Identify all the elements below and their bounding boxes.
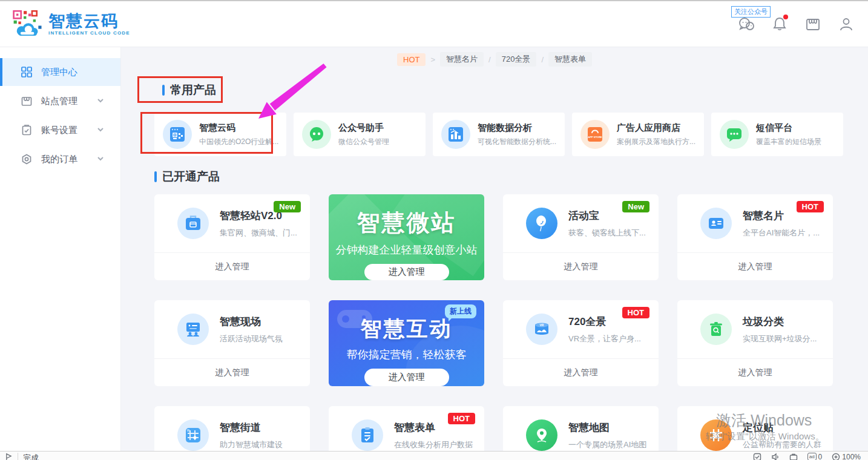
new-badge: New [622,201,649,212]
sidebar-item-management-center[interactable]: 管理中心 [0,58,120,86]
ad-chip-label: ad [807,453,817,460]
enter-manage-button[interactable]: 进入管理 [364,264,449,280]
map-pin-icon [526,419,557,451]
product-subtitle: 覆盖丰富的短信场景 [756,137,821,147]
breadcrumb: HOT > 智慧名片 / 720全景 / 智慧表单 [121,52,868,67]
chevron-down-icon [96,96,105,107]
sidebar: 管理中心 站点管理 账号设置 我的订单 [0,47,121,460]
product-title: 垃圾分类 [743,315,817,329]
product-subtitle: 一个专属的场景AI地图 [568,439,646,450]
enter-manage-button[interactable]: 进入管理 [677,252,833,280]
vr-text: VR [540,323,544,327]
product-card-light-station[interactable]: New 智慧轻站V2.0 集官网、微商城、门... 进入管理 [154,194,310,280]
product-title: 公众号助手 [338,122,389,134]
sidebar-item-my-orders[interactable]: 我的订单 [0,145,120,173]
location-hash-icon [700,419,732,451]
hot-badge: HOT [797,201,824,212]
status-text: 完成 [23,453,39,460]
chevron-down-icon [96,154,105,165]
common-card-sms-platform[interactable]: 短信平台 覆盖丰富的短信场景 [711,113,843,156]
clipboard-check-icon [21,124,33,136]
common-card-app-store[interactable]: APP STORE 广告人应用商店 案例展示及落地执行方... [572,113,704,156]
sidebar-item-label: 站点管理 [41,96,77,107]
product-title: 定位贴 [743,421,821,435]
storefront-icon [21,95,33,107]
sidebar-item-label: 我的订单 [41,154,77,165]
status-flag-icon [5,453,13,460]
sms-bubble-icon [720,120,749,149]
product-subtitle: VR全景，让客户身... [568,334,641,344]
product-title: 智慧地图 [568,421,646,435]
banner-card-micro-site[interactable]: 智慧微站 分钟构建企业轻量级创意小站 进入管理 [329,194,484,280]
ad-blocker-counter[interactable]: ad 0 [807,453,823,460]
sidebar-item-site-management[interactable]: 站点管理 [0,87,120,115]
product-title: 智慧街道 [220,421,283,435]
product-subtitle: 助力智慧城市建设 [220,439,283,450]
breadcrumb-item[interactable]: 智慧名片 [440,52,484,67]
enter-manage-button[interactable]: 进入管理 [154,252,310,280]
bar-chart-icon [441,120,470,149]
breadcrumb-item[interactable]: 智慧表单 [548,52,592,67]
breadcrumb-item[interactable]: 720全景 [496,52,537,67]
enter-manage-button[interactable]: 进入管理 [503,252,659,280]
gear-icon [21,153,33,165]
enter-manage-button[interactable]: 进入管理 [503,358,659,386]
enter-manage-button[interactable]: 进入管理 [154,358,310,386]
common-card-data-analysis[interactable]: 智能数据分析 可视化智能数据分析统... [433,113,565,156]
section-title-label: 已开通产品 [162,169,220,185]
ad-count: 0 [818,453,823,460]
product-subtitle: 微信公众号管理 [338,137,389,147]
briefcase-icon[interactable] [789,453,798,460]
product-card-720-panorama[interactable]: HOT VR 720全景 VR全景，让客户身... 进入管理 [503,300,659,386]
vr-panorama-icon: VR [526,314,557,345]
common-card-cloud-code[interactable]: 智慧云码 中国领先的O2O行业解... [154,113,286,156]
product-title: 智能数据分析 [478,122,556,134]
banner-title: 智慧互动 [361,315,453,343]
breadcrumb-hot-tag[interactable]: HOT [397,53,426,66]
zoom-level-control[interactable]: 100% [832,453,861,460]
speaker-icon[interactable] [771,453,780,460]
check-square-icon[interactable] [753,453,761,460]
balloon-icon [526,208,557,239]
product-subtitle: 案例展示及落地执行方... [617,137,695,147]
product-card-smart-business-card[interactable]: HOT 智慧名片 全平台AI智能名片，... 进入管理 [677,194,833,280]
banner-subtitle: 帮你搞定营销，轻松获客 [347,347,467,362]
bell-icon[interactable] [771,16,788,33]
product-subtitle: 全平台AI智能名片，... [743,228,820,238]
product-subtitle: 可视化智能数据分析统... [478,137,556,147]
enter-manage-button[interactable]: 进入管理 [364,369,449,386]
notification-dot [783,15,788,19]
enter-manage-button[interactable]: 进入管理 [677,358,833,386]
common-card-official-account-helper[interactable]: 公众号助手 微信公众号管理 [294,113,426,156]
sidebar-item-account-settings[interactable]: 账号设置 [0,116,120,144]
product-title: 智慧云码 [199,122,278,134]
product-card-activity-treasure[interactable]: New 活动宝 获客、锁客线上线下... 进入管理 [503,194,659,280]
brand-logo[interactable]: 智慧云码 INTELLIGENT CLOUD CODE [12,9,130,38]
breadcrumb-separator: > [430,55,435,64]
store-icon[interactable] [804,16,821,33]
logo-qr-cloud-icon [12,9,44,38]
opened-products-grid: New 智慧轻站V2.0 集官网、微商城、门... 进入管理 [154,194,833,460]
id-card-icon [700,208,732,239]
user-icon[interactable] [838,16,855,33]
new-launch-tag: 新上线 [445,304,476,318]
briefcase-app-icon [177,208,209,239]
trash-search-icon [700,314,732,345]
product-subtitle: 集官网、微商城、门... [220,228,297,238]
form-clipboard-icon [352,419,383,451]
section-title-label: 常用产品 [170,82,216,98]
product-card-smart-scene[interactable]: 智慧现场 活跃活动现场气氛 进入管理 [154,300,310,386]
presentation-screen-icon [177,314,209,345]
hot-badge: HOT [622,307,649,318]
app-store-text: APP STORE [588,136,602,139]
qr-app-icon [163,120,192,149]
status-divider [18,453,18,460]
product-subtitle: 中国领先的O2O行业解... [199,137,278,147]
section-title-common-products: 常用产品 [162,82,216,98]
product-title: 短信平台 [756,122,821,134]
banner-card-smart-interaction[interactable]: 新上线 智慧互动 帮你搞定营销，轻松获客 进入管理 [329,300,484,386]
product-card-garbage-sorting[interactable]: 垃圾分类 实现互联网+垃圾分... 进入管理 [677,300,833,386]
brand-subtitle: INTELLIGENT CLOUD CODE [48,30,130,36]
wechat-icon[interactable] [738,16,755,33]
new-badge: New [274,201,301,212]
